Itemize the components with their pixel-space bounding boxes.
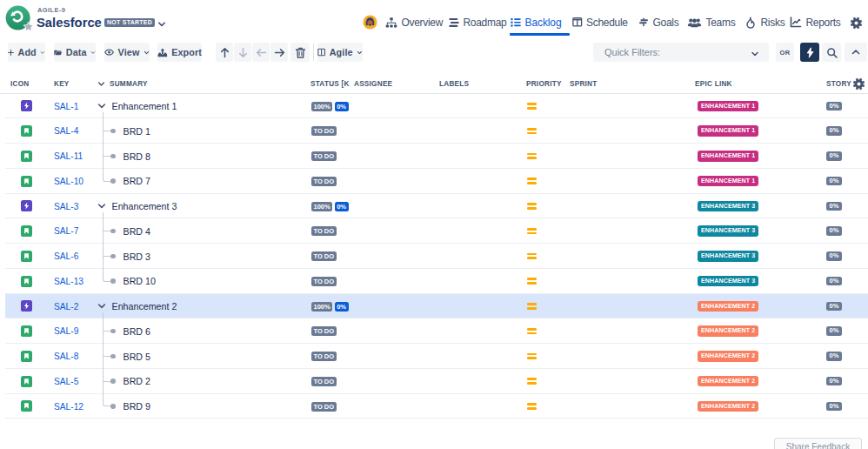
move-down-button[interactable] (234, 43, 251, 62)
issue-summary[interactable]: BRD 8 (124, 151, 150, 162)
quick-filters-select[interactable]: Quick Filters: (593, 43, 769, 62)
issue-key-link[interactable]: SAL-2 (54, 302, 78, 312)
or-toggle-button[interactable]: OR (776, 43, 794, 62)
col-icon[interactable]: ICON (10, 80, 29, 88)
quick-edit-button[interactable] (800, 43, 819, 62)
expand-chevron-icon[interactable] (97, 301, 107, 312)
column-settings-gear-icon[interactable] (852, 77, 865, 90)
col-key[interactable]: KEY (54, 80, 70, 88)
indent-button[interactable] (270, 43, 288, 62)
agile-label: Agile (330, 47, 353, 57)
user-avatar[interactable] (363, 15, 377, 30)
issue-key-link[interactable]: SAL-6 (54, 251, 78, 261)
search-button[interactable] (822, 43, 841, 62)
issue-key-link[interactable]: SAL-3 (54, 202, 78, 211)
issue-summary[interactable]: Enhancement 3 (112, 201, 177, 211)
data-button[interactable]: Data (54, 43, 96, 62)
issue-key-link[interactable]: SAL-1 (54, 102, 78, 111)
issue-key-link[interactable]: SAL-7 (54, 226, 78, 236)
priority-medium-icon (527, 228, 537, 237)
project-logo-icon[interactable] (3, 3, 33, 32)
nav-tab-backlog[interactable]: Backlog (511, 12, 562, 33)
table-row[interactable]: SAL-9 BRD 6 TO DO ENHANCEMENT 2 0% (0, 318, 868, 344)
col-summary[interactable]: SUMMARY (110, 80, 148, 88)
priority-bar (527, 182, 537, 184)
col-priority[interactable]: PRIORITY (526, 80, 562, 88)
expand-chevron-icon[interactable] (97, 101, 107, 111)
priority-medium-icon (527, 103, 537, 111)
issue-summary[interactable]: BRD 4 (124, 226, 150, 237)
share-feedback-button[interactable]: Share Feedback (774, 438, 862, 449)
nav-tab-risks[interactable]: Risks (744, 12, 785, 33)
table-row[interactable]: SAL-6 BRD 3 TO DO ENHANCEMENT 3 0% (0, 244, 868, 269)
project-chevron-down-icon[interactable] (157, 19, 167, 30)
nav-tab-schedule[interactable]: Schedule (572, 12, 628, 33)
col-status[interactable]: STATUS [K (310, 80, 350, 88)
table-row[interactable]: SAL-8 BRD 5 TO DO ENHANCEMENT 2 0% (0, 344, 868, 369)
outdent-button[interactable] (252, 43, 270, 62)
issue-summary[interactable]: BRD 3 (124, 251, 150, 262)
issue-key-link[interactable]: SAL-12 (54, 402, 83, 412)
view-button[interactable]: View (104, 43, 150, 62)
table-row[interactable]: SAL-10 BRD 7 TO DO ENHANCEMENT 1 0% (0, 169, 868, 194)
status-badges: TO DO (311, 126, 337, 136)
table-row[interactable]: SAL-2 Enhancement 2 100%0% ENHANCEMENT 2… (0, 294, 868, 319)
table-row[interactable]: SAL-1 Enhancement 1 100%0% ENHANCEMENT 1… (0, 94, 868, 119)
issue-summary[interactable]: BRD 6 (124, 326, 150, 337)
table-row[interactable]: SAL-7 BRD 4 TO DO ENHANCEMENT 3 0% (0, 218, 868, 244)
nav-tab-reports[interactable]: Reports (790, 12, 840, 33)
col-labels[interactable]: LABELS (439, 80, 469, 88)
agile-button[interactable]: Agile (317, 43, 363, 62)
teams-icon (687, 17, 702, 28)
delete-button[interactable] (290, 43, 310, 62)
settings-gear-icon[interactable] (850, 17, 863, 30)
status-badge: TO DO (311, 352, 337, 361)
arrow-right-icon (274, 47, 285, 58)
export-button[interactable]: Export (157, 43, 202, 62)
trash-icon (295, 47, 306, 58)
issue-key-link[interactable]: SAL-8 (54, 352, 78, 361)
col-assignee[interactable]: ASSIGNEE (354, 80, 392, 88)
status-badge: 0% (335, 302, 349, 312)
issue-key-link[interactable]: SAL-10 (54, 177, 83, 186)
col-story-points[interactable]: STORY (826, 80, 851, 88)
schedule-icon (572, 17, 583, 28)
issue-summary[interactable]: BRD 9 (124, 401, 150, 412)
chevron-down-icon (40, 49, 45, 57)
issue-summary[interactable]: BRD 2 (124, 376, 150, 386)
col-epic-link[interactable]: EPIC LINK (695, 80, 732, 88)
issue-summary[interactable]: BRD 1 (124, 126, 150, 137)
issue-summary[interactable]: BRD 5 (124, 352, 150, 362)
sort-chevron-icon[interactable] (97, 79, 106, 89)
nav-tab-roadmap[interactable]: Roadmap (449, 12, 506, 33)
issue-key-link[interactable]: SAL-11 (54, 151, 83, 161)
status-badges: TO DO (311, 352, 337, 361)
col-sprint[interactable]: SPRINT (570, 80, 598, 88)
issue-summary[interactable]: BRD 10 (124, 276, 156, 286)
priority-bar (527, 328, 537, 331)
table-row[interactable]: SAL-12 BRD 9 TO DO ENHANCEMENT 2 0% (0, 394, 868, 419)
move-up-button[interactable] (216, 43, 233, 62)
table-row[interactable]: SAL-3 Enhancement 3 100%0% ENHANCEMENT 3… (0, 194, 868, 219)
issue-summary[interactable]: Enhancement 1 (112, 101, 177, 111)
issue-key-link[interactable]: SAL-5 (54, 377, 78, 386)
roadmap-icon (449, 17, 459, 28)
backlog-app: AGILE-9 Salesforce NOT STARTED OverviewR… (0, 0, 868, 449)
issue-key-link[interactable]: SAL-9 (54, 326, 78, 336)
nav-tab-goals[interactable]: Goals (638, 12, 678, 33)
nav-tab-teams[interactable]: Teams (687, 12, 735, 33)
issue-key-link[interactable]: SAL-4 (54, 126, 78, 136)
story-icon (21, 125, 32, 137)
issue-summary[interactable]: Enhancement 2 (112, 301, 177, 312)
issue-summary[interactable]: BRD 7 (124, 176, 150, 186)
table-row[interactable]: SAL-5 BRD 2 TO DO ENHANCEMENT 2 0% (0, 369, 868, 394)
collapse-toolbar-button[interactable] (845, 43, 867, 62)
add-button[interactable]: Add (8, 43, 45, 62)
table-row[interactable]: SAL-11 BRD 8 TO DO ENHANCEMENT 1 0% (0, 144, 868, 169)
nav-tab-overview[interactable]: Overview (385, 12, 443, 33)
story-icon (21, 376, 32, 387)
issue-key-link[interactable]: SAL-13 (54, 277, 83, 286)
table-row[interactable]: SAL-13 BRD 10 TO DO ENHANCEMENT 3 0% (0, 269, 868, 294)
expand-chevron-icon[interactable] (97, 201, 107, 211)
table-row[interactable]: SAL-4 BRD 1 TO DO ENHANCEMENT 1 0% (0, 118, 868, 144)
